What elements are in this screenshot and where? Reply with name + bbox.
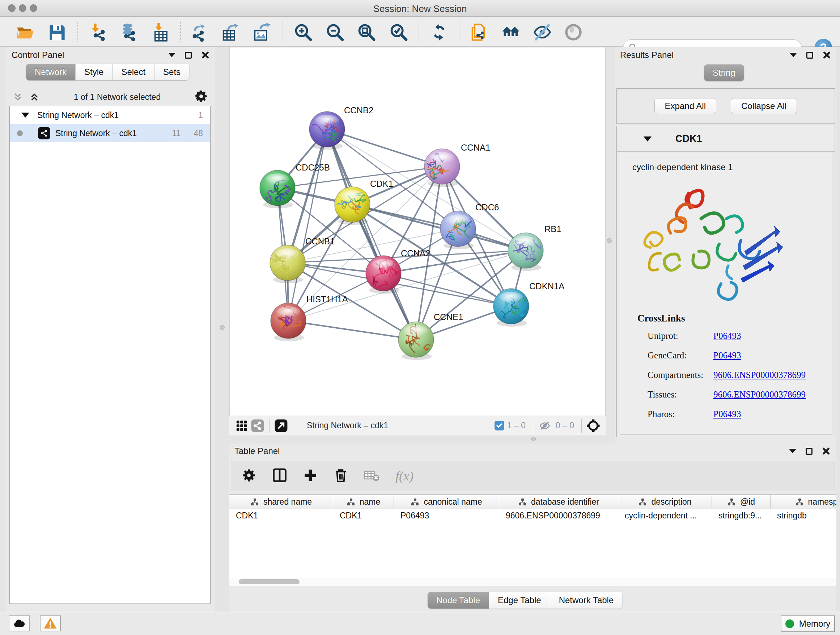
memory-button[interactable]: Memory xyxy=(781,616,835,632)
network-node-CCNB1[interactable] xyxy=(270,245,305,280)
show-graphics-details-icon[interactable] xyxy=(563,22,584,43)
warnings-button[interactable] xyxy=(40,616,61,631)
table-cell[interactable]: P06493 xyxy=(394,511,499,521)
show-columns-icon[interactable] xyxy=(272,467,287,485)
table-options-gear-icon[interactable] xyxy=(241,468,256,485)
network-options-gear-icon[interactable] xyxy=(195,90,208,104)
table-row[interactable]: CDK1 CDK1 P06493 9606.ENSP00000378699 cy… xyxy=(229,509,836,522)
cloud-button[interactable] xyxy=(9,616,30,631)
export-image-icon[interactable] xyxy=(251,22,272,43)
network-tree-root-row[interactable]: String Network – cdk1 1 xyxy=(10,106,210,124)
panel-menu-icon[interactable] xyxy=(790,53,797,57)
column-header[interactable]: canonical name xyxy=(394,495,499,509)
crosslink-link[interactable]: P06493 xyxy=(714,331,741,341)
network-node-CDC6[interactable] xyxy=(440,211,476,247)
column-header[interactable]: namespace xyxy=(771,495,836,509)
network-edge-HIST1H1A-CCNE1[interactable] xyxy=(288,321,416,340)
export-network-icon[interactable] xyxy=(188,22,209,43)
panel-menu-icon[interactable] xyxy=(789,449,796,453)
tab-edge-table[interactable]: Edge Table xyxy=(489,592,550,608)
grid-view-icon[interactable] xyxy=(234,418,249,433)
delete-columns-trash-icon[interactable] xyxy=(333,468,348,485)
crosslink-link[interactable]: P06493 xyxy=(714,409,741,419)
left-splitter-handle[interactable] xyxy=(220,325,225,330)
panel-menu-icon[interactable] xyxy=(168,53,175,57)
network-node-RB1[interactable] xyxy=(508,233,543,268)
import-table-file-icon[interactable] xyxy=(151,22,172,43)
selected-nodes-checkbox-icon[interactable] xyxy=(494,421,504,431)
table-cell[interactable]: stringdb:9... xyxy=(712,511,771,521)
gene-collapse-icon[interactable] xyxy=(644,136,652,141)
tab-style[interactable]: Style xyxy=(76,64,112,80)
expand-all-button[interactable]: Expand All xyxy=(654,98,716,114)
gene-section-header[interactable]: CDK1 xyxy=(617,126,835,152)
delete-table-icon[interactable] xyxy=(363,467,380,485)
create-column-icon[interactable] xyxy=(303,468,318,485)
crosslink-link[interactable]: 9606.ENSP00000378699 xyxy=(714,390,806,400)
network-tree-child-row[interactable]: String Network – cdk1 11 48 xyxy=(10,124,210,142)
zoom-fit-icon[interactable] xyxy=(356,22,377,43)
panel-close-icon[interactable] xyxy=(822,447,830,455)
tab-select[interactable]: Select xyxy=(112,64,155,80)
network-node-CCNA2[interactable] xyxy=(366,256,404,291)
network-edge-CDK1-RB1[interactable] xyxy=(352,204,526,250)
network-node-CCNB2[interactable] xyxy=(309,111,345,147)
table-cell[interactable]: stringdb xyxy=(771,511,836,521)
home-views-icon[interactable] xyxy=(500,22,521,43)
function-builder-icon[interactable]: f(x) xyxy=(395,469,414,484)
panel-float-icon[interactable] xyxy=(806,448,813,455)
network-canvas[interactable]: CCNB2CCNA1CDC25BCDK1CDC6RB1CCNB1CCNA2CDK… xyxy=(229,47,606,416)
column-type-icon xyxy=(518,498,527,507)
network-edge-CCNB2-CCNE1[interactable] xyxy=(327,129,416,340)
column-header[interactable]: shared name xyxy=(229,495,333,509)
horizontal-splitter-handle[interactable] xyxy=(531,437,536,441)
scrollbar-thumb[interactable] xyxy=(239,579,300,584)
table-cell[interactable]: CDK1 xyxy=(333,511,394,521)
network-overview-icon[interactable] xyxy=(249,418,265,433)
network-node-CDC25B[interactable] xyxy=(260,170,295,206)
panel-close-icon[interactable] xyxy=(823,51,831,59)
panel-float-icon[interactable] xyxy=(806,52,813,59)
zoom-out-icon[interactable] xyxy=(325,22,346,43)
column-header[interactable]: @id xyxy=(712,495,771,509)
tree-expand-icon[interactable] xyxy=(21,112,29,118)
collapse-all-networks-icon[interactable] xyxy=(12,92,23,103)
network-node-CDK1[interactable] xyxy=(335,187,370,222)
open-session-icon[interactable] xyxy=(14,22,35,43)
refresh-icon[interactable] xyxy=(429,22,450,43)
network-edge-CCNB2-HIST1H1A[interactable] xyxy=(288,129,327,321)
network-node-HIST1H1A[interactable] xyxy=(271,303,306,339)
import-network-file-icon[interactable] xyxy=(88,22,109,43)
export-table-icon[interactable] xyxy=(220,22,241,43)
network-node-CDKN1A[interactable] xyxy=(493,288,535,324)
tab-network[interactable]: Network xyxy=(26,64,76,80)
tab-string[interactable]: String xyxy=(704,65,744,81)
hide-graphics-details-icon[interactable] xyxy=(532,22,553,43)
panel-close-icon[interactable] xyxy=(201,51,209,59)
crosslink-link[interactable]: P06493 xyxy=(714,350,741,361)
tab-sets[interactable]: Sets xyxy=(155,64,189,80)
network-node-CCNA1[interactable] xyxy=(424,149,460,184)
zoom-selected-icon[interactable] xyxy=(388,22,409,43)
expand-all-networks-icon[interactable] xyxy=(29,92,40,103)
network-edge-CCNB2-CCNA1[interactable] xyxy=(327,129,442,166)
column-header[interactable]: description xyxy=(618,495,712,509)
table-cell[interactable]: CDK1 xyxy=(229,511,333,521)
clone-network-icon[interactable] xyxy=(468,22,489,43)
import-network-database-icon[interactable] xyxy=(118,22,139,43)
tab-node-table[interactable]: Node Table xyxy=(428,592,489,608)
right-splitter-handle[interactable] xyxy=(607,238,612,243)
save-session-icon[interactable] xyxy=(46,22,67,43)
collapse-all-button[interactable]: Collapse All xyxy=(731,98,797,114)
detach-view-icon[interactable] xyxy=(273,418,289,433)
table-horizontal-scrollbar[interactable] xyxy=(229,578,836,586)
zoom-in-icon[interactable] xyxy=(293,22,314,43)
column-header[interactable]: database identifier xyxy=(499,495,618,509)
table-cell[interactable]: cyclin-dependent ... xyxy=(618,511,712,521)
crosslink-link[interactable]: 9606.ENSP00000378699 xyxy=(714,370,806,380)
table-cell[interactable]: 9606.ENSP00000378699 xyxy=(499,511,618,521)
tab-network-table[interactable]: Network Table xyxy=(550,592,622,608)
panel-float-icon[interactable] xyxy=(185,52,192,59)
fit-selected-crosshair-icon[interactable] xyxy=(585,418,601,433)
column-header[interactable]: name xyxy=(333,495,394,509)
